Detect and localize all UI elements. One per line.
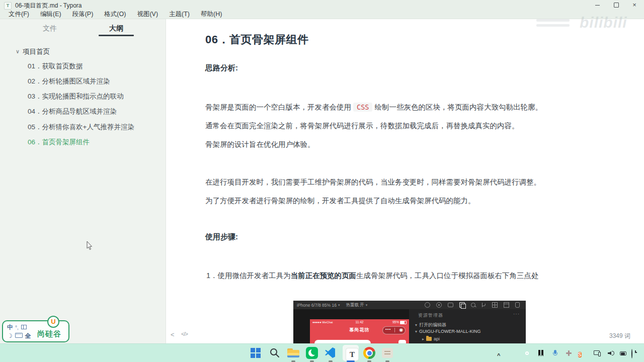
outline-item-3[interactable]: 03．实现轮播图和指示点的联动 xyxy=(28,92,124,101)
step1-text-b: 生成骨架屏代码，工具入口位于模拟器面板右下角三点处 xyxy=(356,272,539,280)
project-label: GUIGU-FLOWER-MALL-KING xyxy=(419,329,481,334)
tray-flower-app[interactable] xyxy=(509,349,517,357)
menu-theme[interactable]: 主题(T) xyxy=(165,10,194,19)
outline-item-4[interactable]: 04．分析商品导航区域并渲染 xyxy=(28,107,117,116)
window-title: 06-项目首页.md - Typora xyxy=(15,2,82,10)
chevron-right-icon: ▸ xyxy=(422,337,424,341)
tray-sogou-ime[interactable]: S xyxy=(578,349,586,357)
sidebar: 文件 大纲 ∨项目首页 01．获取首页数据 02．分析轮播图区域并渲染 03．实… xyxy=(0,19,166,343)
tab-active-underline xyxy=(99,35,134,36)
phone-nav-bar: 慕尚花坊 ••• ◉ xyxy=(310,325,409,335)
background-app-button[interactable] xyxy=(381,346,394,359)
tray-clock[interactable] xyxy=(631,349,639,357)
chevron-down-icon: ▾ xyxy=(415,323,417,327)
document-area[interactable]: 06．首页骨架屏组件 思路分析: 骨架屏是页面的一个空白版本，开发者会使用CSS… xyxy=(166,19,644,343)
minimize-button[interactable] xyxy=(589,0,606,10)
inline-code-css: CSS xyxy=(353,103,372,112)
screen: T 06-项目首页.md - Typora × 文件(F) 编辑(E) 段落(P… xyxy=(0,0,644,362)
folder-row: ▸api xyxy=(422,336,440,341)
tab-files[interactable]: 文件 xyxy=(32,24,67,33)
title-bar: T 06-项目首页.md - Typora × xyxy=(0,0,644,10)
file-explorer-button[interactable] xyxy=(287,346,300,359)
miniapp-search-bar xyxy=(314,340,371,343)
battery-icon xyxy=(400,321,407,324)
chrome-icon xyxy=(363,347,375,359)
source-mode-button[interactable]: </> xyxy=(181,331,188,337)
outline-root[interactable]: ∨项目首页 xyxy=(15,47,50,56)
chevron-down-icon: ▾ xyxy=(338,303,340,307)
tab-outline[interactable]: 大纲 xyxy=(99,24,134,33)
hand-icon xyxy=(515,302,520,308)
paragraph-2: 通常会在页面完全渲染之前，将骨架屏代码进行展示，待数据加载完成后，再替换成真实的… xyxy=(205,120,568,132)
tray-expand-button[interactable]: ^ xyxy=(497,350,505,358)
tray-volume[interactable] xyxy=(607,349,615,357)
close-button[interactable]: × xyxy=(626,0,643,10)
windows-logo-icon xyxy=(251,348,261,358)
p1-text-b: 绘制一些灰色的区块，将页面内容大致勾勒出轮廓。 xyxy=(374,103,542,111)
paragraph-5: 为了方便开发者进行骨架屏的绘制，开发者工具提供了自动生成骨架屏代码的能力。 xyxy=(205,195,568,207)
step1-bold: 当前正在预览的页面 xyxy=(291,272,357,280)
layout-icon xyxy=(504,302,509,308)
tray-screencast[interactable] xyxy=(594,349,602,357)
moon-icon[interactable]: ☽ xyxy=(7,332,13,339)
tray-bookmark-app[interactable] xyxy=(537,349,545,357)
menu-edit[interactable]: 编辑(E) xyxy=(36,10,66,19)
outline-item-2[interactable]: 02．分析轮播图区域并渲染 xyxy=(28,77,110,86)
wechat-devtools-button[interactable] xyxy=(305,346,318,359)
typora-app-icon: T xyxy=(4,2,12,10)
detach-window-icon xyxy=(459,302,465,308)
keyboard-icon[interactable] xyxy=(15,333,23,338)
restore-button[interactable] xyxy=(608,0,625,10)
outline-item-6-active[interactable]: 06．首页骨架屏组件 xyxy=(28,138,90,147)
tray-battery[interactable] xyxy=(620,349,628,357)
tray-microphone[interactable] xyxy=(551,349,559,357)
ghost-app-icon xyxy=(382,348,393,358)
tray-health-app[interactable] xyxy=(565,349,573,357)
grid-icon xyxy=(492,302,498,308)
sogou-icon: S xyxy=(578,352,582,357)
open-editors-label: 打开的编辑器 xyxy=(419,322,446,327)
devtools-body: ●●●●● WeChat 11:42 95% 慕尚花坊 ••• ◉ xyxy=(293,309,526,343)
menu-file[interactable]: 文件(F) xyxy=(4,10,34,19)
word-count: 3349 词 xyxy=(609,332,630,340)
bilibili-watermark: bilibili xyxy=(580,14,627,31)
menu-view[interactable]: 视图(V) xyxy=(132,10,163,19)
more-dots-icon: ··· xyxy=(513,311,520,317)
ime-row-1: 中°, xyxy=(7,323,27,332)
tray-record-app[interactable] xyxy=(523,349,531,357)
ime-brand-overlay: 中°, ☽全 U 尚硅谷 xyxy=(2,320,69,342)
steps-title: 使用步骤: xyxy=(205,232,238,242)
wechat-devtools-icon xyxy=(306,347,318,359)
simulator-panel: ●●●●● WeChat 11:42 95% 慕尚花坊 ••• ◉ xyxy=(293,309,409,343)
doc-heading: 06．首页骨架屏组件 xyxy=(205,32,308,47)
shangguigu-brand-label: 尚硅谷 xyxy=(37,329,61,339)
explorer-panel: 资源管理器 ··· ▾打开的编辑器 ▾GUIGU-FLOWER-MALL-KIN… xyxy=(409,309,526,343)
git-branch-icon xyxy=(481,303,486,307)
vscode-button[interactable] xyxy=(324,346,337,359)
menu-help[interactable]: 帮助(H) xyxy=(196,10,226,19)
chevron-down-icon[interactable]: ∨ xyxy=(16,48,20,55)
start-button[interactable] xyxy=(249,346,262,359)
watermark-uploader-lines xyxy=(536,19,570,29)
restore-icon xyxy=(614,3,619,8)
typora-button-active[interactable]: T xyxy=(344,346,357,359)
search-button[interactable] xyxy=(268,346,281,359)
menu-paragraph[interactable]: 段落(P) xyxy=(68,10,98,19)
outline-item-1[interactable]: 01．获取首页数据 xyxy=(28,62,83,71)
outline-item-5[interactable]: 05．分析猜你喜欢+人气推荐并渲染 xyxy=(28,123,134,132)
chevron-up-icon: ^ xyxy=(497,352,500,358)
paragraph-4: 在进行项目开发时，我们需要手工维护骨架屏的代码，当业务变更时，同样需要对骨架屏代… xyxy=(205,176,568,188)
paragraph-3: 骨架屏的设计旨在优化用户体验。 xyxy=(205,138,568,150)
chevron-down-icon: ▾ xyxy=(415,329,417,334)
mouse-cursor xyxy=(87,241,94,250)
step1-number: 1． xyxy=(206,272,218,280)
sidebar-collapse-button[interactable]: < xyxy=(171,331,175,338)
menu-format[interactable]: 格式(O) xyxy=(100,10,130,19)
ime-grid-icon[interactable] xyxy=(21,325,27,329)
minimize-icon xyxy=(595,5,600,6)
ime-punct-label[interactable]: °, xyxy=(15,325,19,330)
ime-cn-label[interactable]: 中 xyxy=(7,324,13,331)
chrome-button[interactable] xyxy=(363,346,376,359)
ime-fullwidth-label[interactable]: 全 xyxy=(25,332,31,339)
devtools-toolbar: iPhone 6/7/8 85% 16 ▾ 热重载 开 ▾ xyxy=(293,301,526,309)
